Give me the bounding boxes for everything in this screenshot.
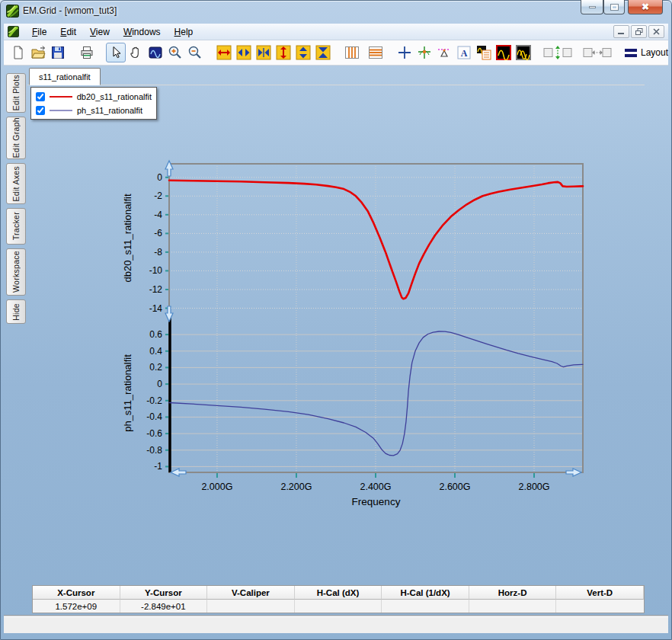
save-button[interactable] [48, 43, 68, 62]
bottom-empty-strip [4, 617, 668, 633]
menu-windows[interactable]: Windows [117, 24, 168, 40]
sidebar-tab-workspace[interactable]: Workspace [6, 248, 26, 296]
compress-y-button[interactable] [313, 43, 333, 62]
y-tick-label: -0.2 [146, 395, 162, 406]
new-icon [11, 45, 26, 60]
link-vertical-icon [543, 45, 572, 60]
save-icon [50, 45, 66, 60]
legend-box: db20_s11_rationalfit ph_s11_rationalfit [30, 87, 157, 120]
print-button[interactable] [77, 43, 97, 62]
menu-help[interactable]: Help [168, 24, 200, 40]
maximize-icon [611, 5, 618, 10]
legend-label-ph: ph_s11_rationalfit [77, 106, 142, 115]
mdi-restore-button[interactable] [631, 25, 647, 38]
application-window: EM.Grid - [wmom_tut3] ✖ File Edit View W… [0, 0, 672, 640]
x-tick-label: 2.400G [360, 482, 391, 492]
select-pointer-button[interactable] [106, 43, 126, 62]
expand-y-button[interactable] [293, 43, 313, 62]
maximize-button[interactable] [603, 0, 625, 14]
link-vertical-button[interactable] [542, 43, 573, 62]
zoom-out-icon [187, 45, 203, 60]
compress-x-button[interactable] [254, 43, 274, 62]
status-col-horz-d: Horz-D [469, 586, 557, 600]
mdi-close-icon [653, 28, 660, 35]
vertical-grid-icon [344, 45, 360, 60]
x-axis-left-handle[interactable] [171, 469, 186, 476]
x-tick-label: 2.200G [280, 482, 312, 492]
sidebar-tab-edit-axes[interactable]: Edit Axes [6, 163, 26, 204]
full-scale-y-button[interactable] [274, 43, 293, 62]
sidebar-tab-edit-plots[interactable]: Edit Plots [6, 73, 26, 113]
zoom-window-icon [148, 45, 163, 60]
plot-frame [169, 164, 583, 472]
tab-strip-divider [27, 85, 645, 85]
sidebar-tab-edit-graph[interactable]: Edit Graph [6, 117, 26, 159]
menu-edit[interactable]: Edit [53, 24, 83, 40]
multi-curve-icon [516, 45, 531, 60]
legend-checkbox-ph[interactable] [36, 106, 45, 115]
status-value-v-caliper [207, 600, 295, 613]
sidebar-tab-hide[interactable]: Hide [6, 299, 26, 324]
cursor-status-table: X-Cursor Y-Cursor V-Caliper H-Cal (dX) H… [32, 585, 645, 613]
zoom-out-button[interactable] [185, 43, 205, 62]
title-bar[interactable]: EM.Grid - [wmom_tut3] ✖ [0, 0, 672, 23]
menu-file[interactable]: File [25, 24, 53, 40]
y-tick-label: -4 [154, 210, 162, 220]
mdi-minimize-icon [618, 28, 625, 35]
pan-hand-button[interactable] [126, 43, 146, 62]
status-col-hcal-1dx: H-Cal (1/dX) [382, 586, 469, 600]
caliper-button[interactable] [434, 43, 454, 62]
compress-x-icon [256, 45, 271, 60]
y-axis-label: ph_s11_rationalfit [122, 354, 133, 432]
cursor-cross-button[interactable] [395, 43, 414, 62]
new-button[interactable] [8, 43, 28, 62]
zoom-in-button[interactable] [165, 43, 185, 62]
y-tick-label: -2 [154, 190, 162, 201]
x-axis-label: Frequency [352, 496, 401, 507]
status-value-hcal-1dx [382, 600, 469, 613]
x-axis-right-handle[interactable] [566, 469, 581, 476]
mdi-minimize-button[interactable] [613, 25, 629, 38]
sidebar-tab-tracker[interactable]: Tracker [6, 208, 26, 245]
x-tick-label: 2.600G [439, 482, 470, 492]
vertical-grid-button[interactable] [342, 43, 362, 62]
status-value-x-cursor: 1.572e+09 [33, 600, 120, 613]
mdi-close-button[interactable] [648, 25, 664, 38]
app-logo-icon [6, 5, 19, 18]
full-scale-x-button[interactable] [214, 43, 234, 62]
zoom-window-button[interactable] [146, 43, 165, 62]
close-button[interactable]: ✖ [628, 0, 663, 14]
open-button[interactable] [28, 43, 48, 62]
status-value-horz-d [469, 600, 557, 613]
mdi-window-controls [613, 25, 664, 38]
multi-curve-button[interactable] [514, 43, 533, 62]
status-col-v-caliper: V-Caliper [207, 586, 295, 600]
y-tick-label: 0.2 [149, 362, 162, 373]
legend-toggle-button[interactable] [474, 43, 494, 62]
y-tick-label: -0.6 [146, 428, 162, 439]
status-col-y-cursor: Y-Cursor [120, 586, 208, 600]
status-value-hcal-dx [295, 600, 382, 613]
link-horizontal-button[interactable] [582, 43, 613, 62]
single-curve-button[interactable] [494, 43, 514, 62]
y-tick-label: 0 [157, 172, 162, 183]
layout-button[interactable]: Layout [625, 47, 668, 58]
close-icon: ✖ [642, 2, 649, 11]
expand-x-button[interactable] [234, 43, 254, 62]
minimize-icon [589, 6, 596, 8]
legend-checkbox-db20[interactable] [36, 92, 45, 101]
svg-text:A: A [461, 48, 468, 59]
layout-icon [625, 49, 637, 57]
menu-view[interactable]: View [83, 24, 117, 40]
legend-line-sample-db20 [50, 96, 72, 98]
text-annotation-button[interactable]: A [454, 43, 474, 62]
tracker-button[interactable] [414, 43, 434, 62]
db20_s11_rationalfit-curve [169, 181, 583, 299]
minimize-button[interactable] [581, 0, 603, 14]
tracker-icon [417, 45, 432, 60]
select-pointer-icon [109, 46, 123, 59]
link-horizontal-icon [583, 45, 612, 60]
tab-s11-rationalfit[interactable]: s11_rationalfit [29, 68, 101, 85]
child-window-icon [8, 26, 19, 37]
horizontal-grid-button[interactable] [366, 43, 386, 62]
